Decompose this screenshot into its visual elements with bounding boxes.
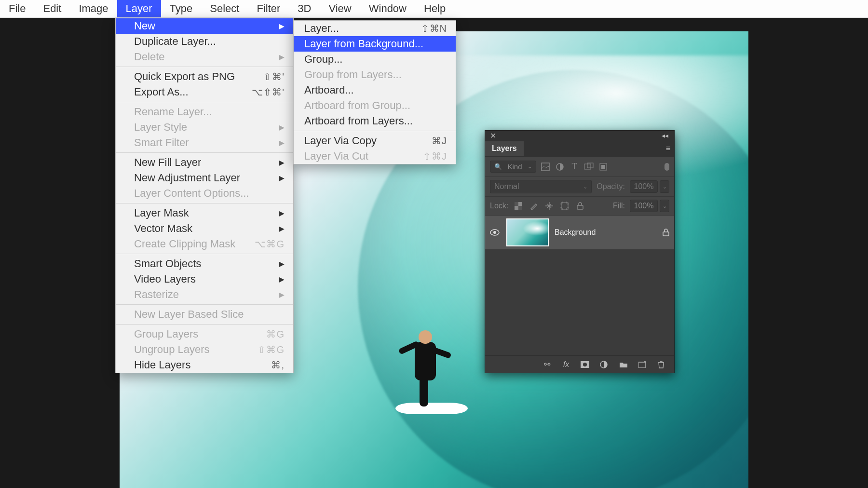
lock-artboard-icon[interactable] bbox=[559, 201, 570, 211]
menubar-item-file[interactable]: File bbox=[0, 0, 34, 17]
menu-item-label: Group from Layers... bbox=[304, 68, 447, 81]
group-icon[interactable] bbox=[619, 361, 629, 368]
menubar-item-select[interactable]: Select bbox=[201, 0, 248, 17]
layer-thumbnail[interactable] bbox=[506, 218, 549, 246]
layer-menu-item-new-adjustment-layer[interactable]: New Adjustment Layer▶ bbox=[116, 170, 293, 186]
menu-item-label: Layer... bbox=[304, 22, 421, 35]
filter-adjust-icon[interactable] bbox=[555, 162, 565, 172]
menu-item-shortcut: ⌥⇧⌘' bbox=[252, 86, 285, 98]
menubar-item-help[interactable]: Help bbox=[415, 0, 454, 17]
menu-item-label: Layer Content Options... bbox=[134, 187, 285, 200]
submenu-arrow-icon: ▶ bbox=[279, 225, 285, 232]
menu-item-label: Create Clipping Mask bbox=[134, 238, 255, 250]
menubar-item-image[interactable]: Image bbox=[70, 0, 117, 17]
layer-mask-icon[interactable] bbox=[581, 361, 590, 368]
collapse-icon[interactable]: ◂◂ bbox=[659, 131, 671, 140]
svg-point-15 bbox=[583, 363, 587, 366]
layer-menu-item-new-fill-layer[interactable]: New Fill Layer▶ bbox=[116, 155, 293, 170]
layer-menu-separator bbox=[116, 304, 293, 305]
filter-shape-icon[interactable] bbox=[583, 162, 594, 172]
new-submenu-item-artboard-from-layers[interactable]: Artboard from Layers... bbox=[294, 113, 456, 129]
lock-transparency-icon[interactable] bbox=[513, 201, 524, 211]
menu-item-label: Video Layers bbox=[134, 273, 275, 285]
menu-item-label: New Layer Based Slice bbox=[134, 308, 285, 321]
submenu-arrow-icon: ▶ bbox=[279, 291, 285, 298]
menubar-item-3d[interactable]: 3D bbox=[289, 0, 320, 17]
menu-item-label: New Fill Layer bbox=[134, 156, 275, 169]
layer-menu-item-export-as[interactable]: Export As...⌥⇧⌘' bbox=[116, 84, 293, 100]
layer-menu-item-group-layers: Group Layers⌘G bbox=[116, 326, 293, 342]
blend-mode-select[interactable]: Normal ⌄ bbox=[490, 180, 592, 193]
new-submenu-item-group-from-layers: Group from Layers... bbox=[294, 67, 456, 82]
menu-item-label: Layer Style bbox=[134, 121, 275, 134]
menu-item-label: Layer Via Cut bbox=[304, 150, 423, 163]
menu-item-shortcut: ⌘, bbox=[271, 359, 285, 371]
layer-menu-item-layer-content-options: Layer Content Options... bbox=[116, 186, 293, 201]
layer-menu-item-layer-style: Layer Style▶ bbox=[116, 120, 293, 135]
lock-all-icon[interactable] bbox=[575, 201, 585, 211]
filter-smart-icon[interactable] bbox=[598, 162, 609, 172]
new-submenu-item-layer-via-copy[interactable]: Layer Via Copy⌘J bbox=[294, 133, 456, 149]
menu-item-label: Artboard from Group... bbox=[304, 99, 447, 112]
svg-rect-17 bbox=[638, 362, 645, 368]
filter-type-icon[interactable]: T bbox=[569, 162, 580, 172]
fill-field[interactable]: 100% bbox=[630, 200, 658, 212]
menu-item-label: Artboard... bbox=[304, 84, 447, 96]
new-submenu-item-layer[interactable]: Layer...⇧⌘N bbox=[294, 21, 456, 36]
layer-menu-item-hide-layers[interactable]: Hide Layers⌘, bbox=[116, 357, 293, 373]
fill-dropdown[interactable]: ⌄ bbox=[660, 200, 669, 212]
new-submenu-item-group[interactable]: Group... bbox=[294, 52, 456, 67]
menubar-item-view[interactable]: View bbox=[320, 0, 360, 17]
menubar-item-type[interactable]: Type bbox=[161, 0, 202, 17]
menu-item-label: Group... bbox=[304, 53, 447, 66]
layer-menu-item-quick-export-as-png[interactable]: Quick Export as PNG⇧⌘' bbox=[116, 69, 293, 84]
menubar-item-layer[interactable]: Layer bbox=[117, 0, 161, 17]
menubar: FileEditImageLayerTypeSelectFilter3DView… bbox=[0, 0, 868, 18]
layer-style-icon[interactable]: fx bbox=[561, 360, 571, 369]
lock-pixels-icon[interactable] bbox=[529, 201, 539, 211]
submenu-arrow-icon: ▶ bbox=[279, 123, 285, 131]
menubar-item-edit[interactable]: Edit bbox=[34, 0, 70, 17]
menu-item-shortcut: ⌘G bbox=[266, 328, 285, 340]
menu-item-label: Quick Export as PNG bbox=[134, 70, 263, 83]
layer-menu-item-smart-objects[interactable]: Smart Objects▶ bbox=[116, 256, 293, 271]
opacity-dropdown[interactable]: ⌄ bbox=[660, 180, 669, 193]
visibility-icon[interactable] bbox=[490, 229, 501, 236]
new-submenu-item-artboard-from-group: Artboard from Group... bbox=[294, 98, 456, 113]
layer-new-submenu: Layer...⇧⌘NLayer from Background...Group… bbox=[293, 20, 456, 164]
menubar-item-filter[interactable]: Filter bbox=[248, 0, 289, 17]
layer-menu-separator bbox=[116, 254, 293, 254]
delete-layer-icon[interactable] bbox=[658, 361, 667, 368]
lock-label: Lock: bbox=[490, 202, 508, 210]
layer-row-background[interactable]: Background bbox=[485, 216, 674, 249]
layer-menu-item-create-clipping-mask: Create Clipping Mask⌥⌘G bbox=[116, 236, 293, 252]
layer-name[interactable]: Background bbox=[555, 228, 657, 237]
adjustment-layer-icon[interactable] bbox=[600, 361, 610, 368]
link-layers-icon[interactable]: ⚯ bbox=[542, 360, 552, 369]
panel-menu-icon[interactable]: ≡ bbox=[662, 142, 674, 155]
layer-menu-item-vector-mask[interactable]: Vector Mask▶ bbox=[116, 221, 293, 236]
layers-panel[interactable]: ✕ ◂◂ Layers ≡ 🔍 Kind ⌄ T Normal ⌄ Opacit… bbox=[485, 130, 675, 373]
new-submenu-item-layer-from-background[interactable]: Layer from Background... bbox=[294, 36, 456, 52]
filter-toggle[interactable] bbox=[665, 163, 669, 171]
new-submenu-item-artboard[interactable]: Artboard... bbox=[294, 82, 456, 98]
new-layer-icon[interactable] bbox=[638, 361, 648, 368]
filter-pixel-icon[interactable] bbox=[540, 162, 551, 172]
layer-menu: New▶Duplicate Layer...Delete▶Quick Expor… bbox=[115, 18, 294, 373]
opacity-label: Opacity: bbox=[597, 182, 625, 191]
close-icon[interactable]: ✕ bbox=[488, 131, 498, 140]
menubar-item-window[interactable]: Window bbox=[360, 0, 415, 17]
menu-item-shortcut: ⇧⌘J bbox=[423, 150, 447, 162]
layer-menu-item-video-layers[interactable]: Video Layers▶ bbox=[116, 271, 293, 287]
layer-menu-item-duplicate-layer[interactable]: Duplicate Layer... bbox=[116, 34, 293, 49]
layer-menu-item-new[interactable]: New▶ bbox=[116, 18, 293, 34]
layer-menu-item-layer-mask[interactable]: Layer Mask▶ bbox=[116, 205, 293, 221]
menu-item-shortcut: ⇧⌘G bbox=[258, 344, 285, 355]
opacity-field[interactable]: 100% bbox=[630, 180, 658, 193]
lock-icon[interactable] bbox=[663, 229, 669, 236]
layers-tab[interactable]: Layers bbox=[485, 141, 524, 156]
fill-label: Fill: bbox=[613, 202, 625, 210]
lock-position-icon[interactable] bbox=[544, 201, 555, 211]
filter-kind-select[interactable]: 🔍 Kind ⌄ bbox=[490, 161, 536, 173]
layer-menu-separator bbox=[116, 324, 293, 325]
